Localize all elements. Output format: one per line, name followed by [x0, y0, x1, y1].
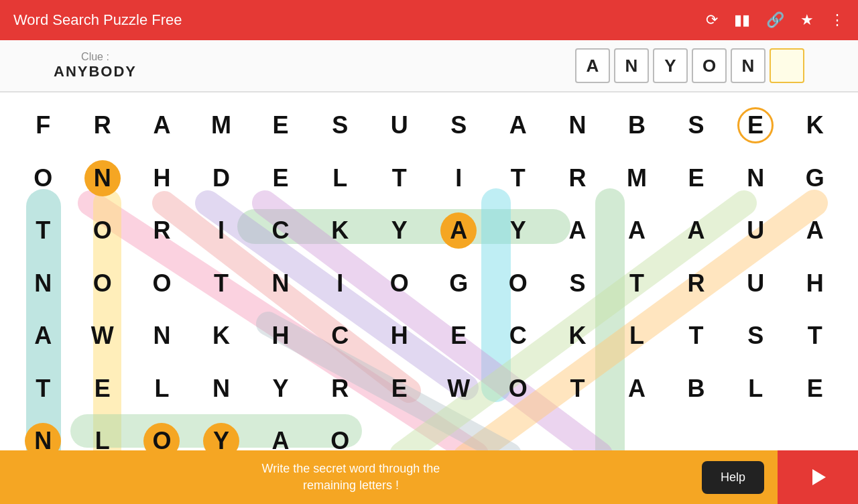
grid-cell[interactable]: F	[13, 99, 73, 151]
grid-cell[interactable]: T	[13, 363, 73, 415]
grid-cell[interactable]: O	[13, 152, 73, 204]
grid-cell[interactable]: A	[489, 99, 548, 151]
grid-cell[interactable]: T	[607, 257, 667, 310]
grid-cell[interactable]: R	[132, 204, 192, 257]
more-vert-icon[interactable]: ⋮	[830, 11, 845, 29]
pause-icon[interactable]: ▮▮	[734, 11, 750, 29]
grid-cell[interactable]: N	[73, 152, 133, 204]
grid-cell[interactable]: L	[607, 310, 667, 362]
grid-cell[interactable]: E	[251, 99, 310, 151]
grid-cell[interactable]: K	[310, 204, 370, 257]
grid-cell[interactable]: K	[192, 310, 251, 362]
grid-cell[interactable]: R	[73, 99, 133, 151]
grid-cell[interactable]: I	[429, 152, 489, 204]
grid-cell[interactable]: B	[607, 99, 667, 151]
grid-cell[interactable]: N	[192, 363, 251, 415]
grid-cell[interactable]: E	[251, 152, 310, 204]
grid-cell[interactable]: N	[13, 257, 73, 310]
grid-cell[interactable]: E	[785, 363, 845, 415]
grid-cell[interactable]: B	[666, 363, 726, 415]
grid-cell[interactable]: A	[607, 363, 667, 415]
grid-cell[interactable]: H	[132, 152, 192, 204]
star-icon[interactable]: ★	[800, 11, 814, 29]
grid-cell[interactable]: O	[73, 257, 133, 310]
grid-cell[interactable]: L	[726, 363, 786, 415]
grid-cell[interactable]: S	[666, 99, 726, 151]
grid-cell[interactable]: O	[369, 257, 429, 310]
grid-cell[interactable]: S	[310, 99, 370, 151]
grid-cell[interactable]: C	[251, 204, 310, 257]
grid-cell[interactable]: T	[369, 152, 429, 204]
grid-cell[interactable]: M	[192, 99, 251, 151]
grid-cell[interactable]: W	[429, 363, 489, 415]
grid-cell[interactable]: T	[13, 204, 73, 257]
grid-cell[interactable]: A	[607, 204, 667, 257]
grid-cell[interactable]: M	[607, 152, 667, 204]
grid-cell[interactable]: Y	[369, 204, 429, 257]
grid-cell[interactable]: A	[13, 310, 73, 362]
letter-grid: FRAMESUSANBSEKONHDELTITRMENGTORICKYAYAAA…	[0, 92, 858, 475]
clue-word: ANYBODY	[54, 63, 137, 80]
grid-cell[interactable]: N	[548, 99, 607, 151]
grid-cell[interactable]: L	[310, 152, 370, 204]
grid-cell[interactable]: S	[548, 257, 607, 310]
grid-cell[interactable]: G	[429, 257, 489, 310]
grid-cell[interactable]: U	[726, 204, 786, 257]
grid-cell[interactable]: S	[726, 310, 786, 362]
grid-cell[interactable]: E	[429, 310, 489, 362]
grid-cell[interactable]: T	[192, 257, 251, 310]
grid-cell[interactable]: H	[369, 310, 429, 362]
grid-cell[interactable]: S	[429, 99, 489, 151]
grid-cell[interactable]: C	[310, 310, 370, 362]
grid-cell[interactable]: N	[251, 257, 310, 310]
grid-cell[interactable]: Y	[489, 204, 548, 257]
grid-cell[interactable]: T	[548, 363, 607, 415]
grid-cell[interactable]: I	[192, 204, 251, 257]
grid-cell[interactable]: D	[192, 152, 251, 204]
grid-cell[interactable]: O	[489, 257, 548, 310]
circled-letter: E	[737, 107, 774, 143]
grid-cell[interactable]: T	[785, 310, 845, 362]
grid-cell[interactable]: A	[666, 204, 726, 257]
grid-cell[interactable]: K	[548, 310, 607, 362]
share-icon[interactable]: 🔗	[766, 11, 784, 29]
grid-cell[interactable]: R	[310, 363, 370, 415]
grid-cell[interactable]: E	[73, 363, 133, 415]
grid-cell[interactable]: E	[726, 99, 786, 151]
grid-cell[interactable]: A	[132, 99, 192, 151]
answer-box-2: Y	[653, 48, 688, 83]
grid-cell[interactable]: U	[726, 257, 786, 310]
grid-cell[interactable]: E	[369, 363, 429, 415]
grid-cell[interactable]: O	[132, 257, 192, 310]
grid-cell[interactable]: C	[489, 310, 548, 362]
header-actions: ⟳ ▮▮ 🔗 ★ ⋮	[706, 11, 845, 29]
puzzle-area: FRAMESUSANBSEKONHDELTITRMENGTORICKYAYAAA…	[0, 92, 858, 475]
grid-cell[interactable]: R	[666, 257, 726, 310]
grid-cell[interactable]: H	[251, 310, 310, 362]
grid-cell[interactable]: Y	[251, 363, 310, 415]
svg-marker-14	[812, 469, 826, 485]
help-button[interactable]: Help	[702, 461, 764, 494]
grid-cell[interactable]: G	[785, 152, 845, 204]
grid-cell[interactable]: U	[369, 99, 429, 151]
grid-cell[interactable]: R	[548, 152, 607, 204]
grid-cell[interactable]: K	[785, 99, 845, 151]
grid-cell[interactable]: A	[548, 204, 607, 257]
grid-cell[interactable]: A	[785, 204, 845, 257]
grid-cell[interactable]: O	[489, 363, 548, 415]
grid-cell[interactable]: T	[489, 152, 548, 204]
answer-box-5	[770, 48, 804, 83]
bottom-message: Write the secret word through theremaini…	[0, 460, 702, 494]
grid-cell[interactable]: L	[132, 363, 192, 415]
grid-cell[interactable]: H	[785, 257, 845, 310]
next-button[interactable]	[778, 450, 858, 504]
grid-cell[interactable]: I	[310, 257, 370, 310]
grid-cell[interactable]: O	[73, 204, 133, 257]
refresh-icon[interactable]: ⟳	[706, 11, 718, 29]
grid-cell[interactable]: T	[666, 310, 726, 362]
grid-cell[interactable]: A	[429, 204, 489, 257]
grid-cell[interactable]: W	[73, 310, 133, 362]
grid-cell[interactable]: N	[132, 310, 192, 362]
grid-cell[interactable]: N	[726, 152, 786, 204]
grid-cell[interactable]: E	[666, 152, 726, 204]
